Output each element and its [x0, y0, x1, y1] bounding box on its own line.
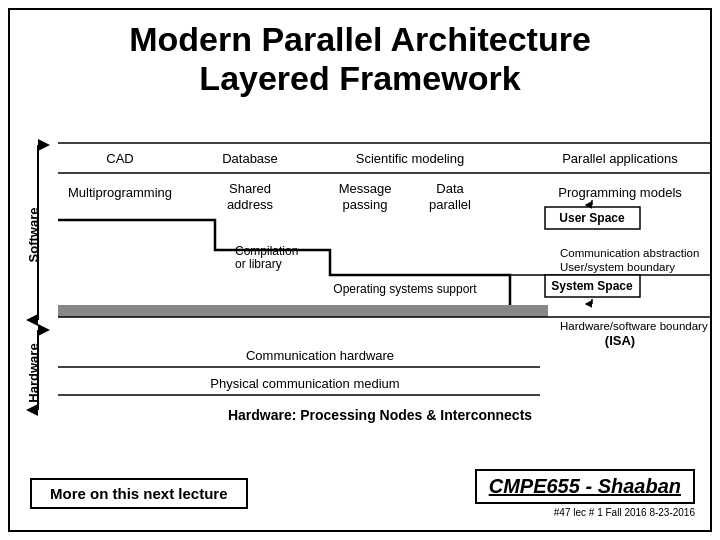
message-passing-label2: passing: [343, 197, 388, 212]
cad-label: CAD: [106, 151, 133, 166]
scientific-modeling-label: Scientific modeling: [356, 151, 464, 166]
user-system-boundary-label: User/system boundary: [560, 261, 675, 273]
isa-label: (ISA): [605, 333, 635, 348]
user-space-label: User Space: [559, 211, 625, 225]
database-label: Database: [222, 151, 278, 166]
title-area: Modern Parallel Architecture Layered Fra…: [10, 10, 710, 106]
title: Modern Parallel Architecture Layered Fra…: [10, 20, 710, 98]
cmpe-badge: CMPE655 - Shaaban: [475, 469, 695, 504]
or-library-label: or library: [235, 257, 282, 271]
multiprogramming-label: Multiprogramming: [68, 185, 172, 200]
more-btn[interactable]: More on this next lecture: [30, 478, 248, 509]
data-parallel-label2: parallel: [429, 197, 471, 212]
outer-border: Modern Parallel Architecture Layered Fra…: [8, 8, 712, 532]
comm-abstraction-label: Communication abstraction: [560, 247, 699, 259]
shared-address-label: Shared: [229, 181, 271, 196]
hardware-processing-label: Hardware: Processing Nodes & Interconnec…: [228, 407, 532, 423]
comm-hardware-label: Communication hardware: [246, 348, 394, 363]
title-line2: Layered Framework: [199, 59, 520, 97]
compilation-label: Compilation: [235, 244, 298, 258]
software-label: Software: [26, 208, 41, 263]
hardware-label: Hardware: [26, 343, 41, 402]
footnote: #47 lec # 1 Fall 2016 8-23-2016: [554, 507, 695, 518]
hw-sw-boundary-label: Hardware/software boundary: [560, 320, 708, 332]
svg-rect-6: [58, 305, 548, 317]
system-space-label: System Space: [551, 279, 633, 293]
operating-systems-label: Operating systems support: [333, 282, 477, 296]
parallel-applications-label: Parallel applications: [562, 151, 678, 166]
phys-comm-label: Physical communication medium: [210, 376, 399, 391]
shared-address-label2: address: [227, 197, 274, 212]
title-line1: Modern Parallel Architecture: [129, 20, 591, 58]
message-passing-label: Message: [339, 181, 392, 196]
data-parallel-label: Data: [436, 181, 464, 196]
diagram-svg: Software Hardware CAD Database Scientifi…: [20, 105, 720, 465]
programming-models-label: Programming models: [558, 185, 682, 200]
